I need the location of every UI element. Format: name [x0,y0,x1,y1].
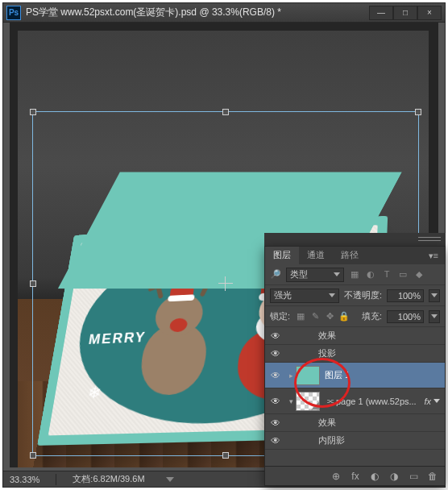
transform-handle[interactable] [222,109,229,115]
search-kind-icon: 🔎 [270,269,281,280]
filter-shape-icon[interactable]: ▭ [397,269,409,280]
visibility-icon[interactable]: 👁 [265,370,286,381]
lock-all-icon[interactable]: 🔒 [338,311,350,322]
group-icon[interactable]: ▭ [408,471,419,482]
panel-footer: ⊕ fx ◐ ◑ ▭ 🗑 [265,466,445,485]
status-menu-icon[interactable] [166,477,174,482]
layer-row[interactable]: 👁 ▾ ⫘ page 1 (www.52ps... fx [265,388,445,414]
visibility-icon[interactable]: 👁 [265,396,286,407]
layer-effect-row[interactable]: 👁 效果 [265,327,445,345]
tab-paths[interactable]: 路径 [333,247,367,264]
visibility-icon[interactable]: 👁 [265,417,286,429]
zoom-readout[interactable]: 33.33% [10,475,39,484]
lock-transparency-icon[interactable]: ▦ [295,311,306,322]
expand-icon[interactable]: ▾ [286,397,296,405]
transform-center-icon[interactable] [218,276,233,291]
close-button[interactable]: × [417,6,442,20]
filter-adjust-icon[interactable]: ◐ [365,269,376,280]
transform-handle[interactable] [30,452,36,459]
maximize-button[interactable]: □ [393,6,417,20]
filter-kind-select[interactable]: 类型 [286,268,344,282]
layer-name[interactable]: page 1 (www.52ps... [336,397,424,406]
trash-icon[interactable]: 🗑 [427,471,438,482]
link-layers-icon[interactable]: ⊕ [330,471,342,482]
fill-slider-icon[interactable] [429,310,440,323]
transform-handle[interactable] [30,280,36,287]
filter-smart-icon[interactable]: ◆ [413,269,425,280]
tab-channels[interactable]: 通道 [299,247,333,264]
layer-effect-row[interactable]: 👁 投影 [265,345,445,363]
visibility-icon[interactable]: 👁 [265,330,286,342]
transform-handle[interactable] [222,452,229,459]
filter-type-icon[interactable]: T [381,269,392,280]
lock-position-icon[interactable]: ✥ [324,311,335,322]
layer-effect-row[interactable]: 👁 效果 [265,414,445,432]
panel-menu-icon[interactable]: ▾≡ [422,247,445,264]
layer-filter-row: 🔎 类型 ▦ ◐ T ▭ ◆ [265,264,445,285]
opacity-input[interactable]: 100% [387,289,424,302]
opacity-label: 不透明度: [344,289,382,301]
link-icon[interactable]: ⫘ [325,397,336,405]
lock-label: 锁定: [270,310,290,322]
adjustment-icon[interactable]: ◑ [388,471,400,482]
fx-badge[interactable]: fx [424,397,445,406]
titlebar: Ps PS学堂 www.52psxt.com(圣诞贺卡).psd @ 33.3%… [3,3,445,23]
layer-thumbnail[interactable] [296,392,320,411]
transform-handle[interactable] [415,109,421,115]
layer-list: 👁 效果 👁 投影 👁 ▸ 图层 1 👁 ▾ ⫘ page 1 (www.52p… [265,327,445,455]
panel-tabs: 图层 通道 路径 ▾≡ [265,247,445,264]
layer-thumbnail[interactable] [296,366,320,385]
visibility-icon[interactable]: 👁 [265,435,286,446]
minimize-button[interactable]: — [369,6,393,20]
fill-label: 填充: [362,310,382,322]
tab-layers[interactable]: 图层 [265,247,299,264]
layers-panel: 图层 通道 路径 ▾≡ 🔎 类型 ▦ ◐ T ▭ ◆ 强光 不透明度: 100%… [264,246,446,486]
layer-row[interactable]: 👁 ▸ 图层 1 [265,363,445,388]
lock-pixels-icon[interactable]: ✎ [309,311,321,322]
doc-size-label: 文档: [73,474,93,484]
filter-pixel-icon[interactable]: ▦ [349,269,360,280]
document-title: PS学堂 www.52psxt.com(圣诞贺卡).psd @ 33.3%(RG… [26,6,369,19]
layer-name[interactable]: 图层 1 [325,369,445,381]
expand-icon[interactable]: ▸ [286,372,296,380]
layer-effect-row[interactable]: 👁 内阴影 [265,432,445,450]
visibility-icon[interactable]: 👁 [265,348,286,359]
doc-size-value: 6.82M/39.6M [93,474,144,484]
transform-handle[interactable] [30,109,36,115]
fill-input[interactable]: 100% [387,310,424,323]
panel-collapse-bar[interactable] [264,233,446,246]
layer-fx-icon[interactable]: fx [350,471,361,482]
opacity-slider-icon[interactable] [429,289,440,302]
blend-mode-select[interactable]: 强光 [270,289,339,303]
ps-icon: Ps [6,6,21,20]
mask-icon[interactable]: ◐ [369,471,380,482]
